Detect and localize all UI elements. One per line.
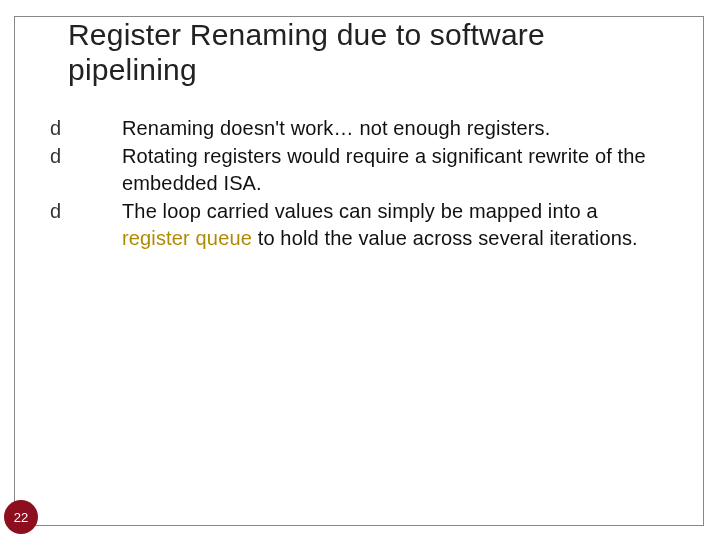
- slide-body: dRenaming doesn't work… not enough regis…: [86, 115, 664, 251]
- bullet-item: dRotating registers would require a sign…: [86, 143, 664, 196]
- page-number-badge: 22: [4, 500, 38, 534]
- bullet-text: Rotating registers: [122, 145, 281, 167]
- bullet-text-post: to hold the value across several iterati…: [252, 227, 638, 249]
- bullet-text: Renaming doesn't work… not enough regist…: [122, 117, 550, 139]
- bullet-accent: register queue: [122, 227, 252, 249]
- bullet-icon: d: [86, 198, 122, 224]
- slide-title: Register Renaming due to software pipeli…: [64, 18, 664, 93]
- bullet-text: The loop carried values can simply be ma…: [122, 200, 598, 222]
- bullet-icon: d: [86, 115, 122, 141]
- slide: Register Renaming due to software pipeli…: [0, 0, 720, 540]
- bullet-item: dThe loop carried values can simply be m…: [86, 198, 664, 251]
- bullet-item: dRenaming doesn't work… not enough regis…: [86, 115, 664, 141]
- bullet-icon: d: [86, 143, 122, 169]
